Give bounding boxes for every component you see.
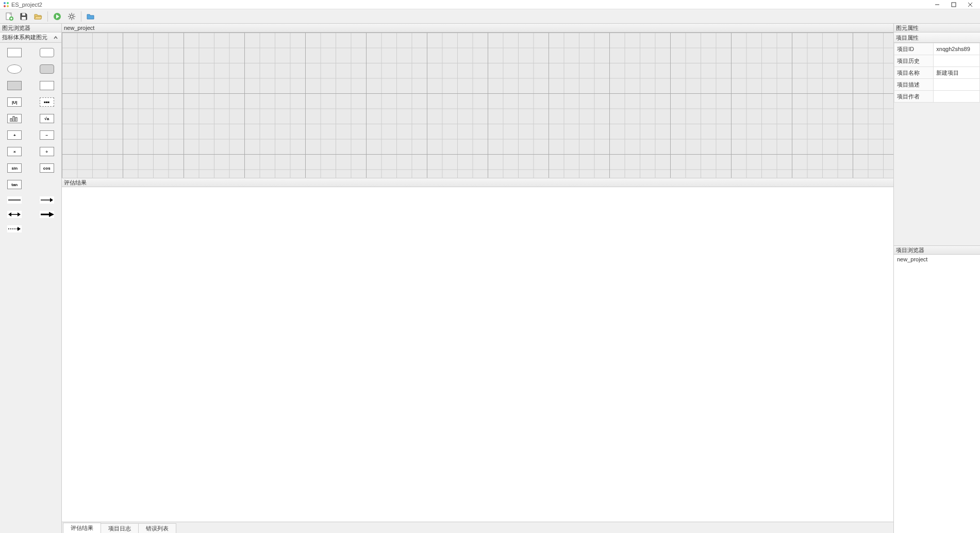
svg-line-21	[74, 18, 75, 19]
svg-line-20	[69, 14, 70, 15]
save-button[interactable]	[18, 10, 30, 23]
dashed-arrow-shape[interactable]	[7, 225, 22, 232]
prop-row-id: 项目ID xnqgh2shs89	[894, 43, 980, 55]
svg-rect-26	[15, 118, 17, 122]
main-toolbar	[0, 9, 980, 24]
project-browser-header: 项目浏览器	[894, 246, 980, 255]
blue-folder-button[interactable]	[85, 10, 97, 23]
prop-name-label: 项目名称	[894, 67, 934, 79]
svg-rect-13	[22, 13, 25, 15]
svg-rect-5	[952, 3, 956, 7]
minimize-icon[interactable]	[934, 1, 941, 8]
application-window: ES_project2 图元浏	[0, 0, 980, 533]
filled-rect-shape[interactable]	[7, 81, 22, 90]
project-item[interactable]: new_project	[894, 255, 980, 264]
prop-id-value[interactable]: xnqgh2shs89	[934, 43, 980, 55]
settings-button[interactable]	[65, 10, 78, 23]
svg-point-3	[7, 5, 9, 7]
outline-rect-shape[interactable]	[40, 81, 54, 90]
prop-author-label: 项目作者	[894, 91, 934, 103]
rect-shape[interactable]	[7, 48, 22, 57]
filled-rounded-shape[interactable]	[40, 64, 54, 74]
toolbar-separator	[81, 11, 81, 22]
line-shape[interactable]	[7, 196, 22, 204]
prop-row-history: 项目历史	[894, 55, 980, 67]
divide-shape[interactable]: ÷	[40, 147, 54, 156]
element-browser-panel: 图元浏览器 指标体系构建图元 |U| ■■■ √a + − ×	[0, 24, 62, 533]
minus-shape[interactable]: −	[40, 130, 54, 140]
svg-rect-24	[10, 119, 12, 122]
ellipse-shape[interactable]	[7, 64, 22, 74]
svg-line-22	[69, 18, 70, 19]
close-icon[interactable]	[967, 1, 974, 8]
prop-author-value[interactable]	[934, 91, 980, 103]
element-props-header: 图元属性	[894, 24, 980, 32]
svg-point-15	[70, 15, 73, 18]
svg-point-1	[7, 2, 9, 4]
prop-row-author: 项目作者	[894, 91, 980, 103]
bar-chart-shape[interactable]	[7, 114, 22, 123]
abs-value-shape[interactable]: |U|	[7, 97, 22, 107]
rounded-rect-shape[interactable]	[40, 48, 54, 57]
bottom-tabs: 评估结果 项目日志 错误列表	[62, 522, 893, 533]
app-icon	[3, 2, 9, 8]
sqrt-shape[interactable]: √a	[40, 114, 54, 123]
prop-history-label: 项目历史	[894, 55, 934, 67]
element-browser-header: 图元浏览器	[0, 24, 61, 32]
thick-arrow-shape[interactable]	[40, 211, 54, 218]
titlebar: ES_project2	[0, 0, 980, 9]
shape-spacer	[40, 180, 54, 189]
center-panel: new_project 评估结果 评估结果 项目日志 错误列表	[62, 24, 893, 533]
properties-table: 项目ID xnqgh2shs89 项目历史 项目名称 新建项目 项目描述	[894, 43, 980, 103]
grid-canvas[interactable]	[62, 32, 893, 178]
main-area: 图元浏览器 指标体系构建图元 |U| ■■■ √a + − ×	[0, 24, 980, 533]
new-file-button[interactable]	[3, 10, 15, 23]
double-arrow-shape[interactable]	[7, 211, 22, 218]
dashed-box-shape[interactable]: ■■■	[40, 97, 54, 107]
window-controls	[934, 1, 974, 8]
plus-shape[interactable]: +	[7, 130, 22, 140]
project-list: new_project	[894, 255, 980, 533]
svg-point-0	[4, 2, 6, 4]
project-props-subheader: 项目属性	[894, 32, 980, 43]
results-header: 评估结果	[62, 178, 893, 187]
properties-upper: 图元属性 项目属性 项目ID xnqgh2shs89 项目历史 项目名称 新建项…	[894, 24, 980, 245]
open-folder-button[interactable]	[32, 10, 44, 23]
shape-category-label: 指标体系构建图元	[2, 34, 47, 41]
sin-shape[interactable]: sin	[7, 163, 22, 173]
toolbar-separator	[47, 11, 48, 22]
shape-category-header[interactable]: 指标体系构建图元	[0, 32, 61, 43]
svg-line-23	[74, 14, 75, 15]
prop-row-name: 项目名称 新建项目	[894, 67, 980, 79]
tab-error-list[interactable]: 错误列表	[138, 523, 176, 533]
tab-eval-results[interactable]: 评估结果	[63, 523, 101, 533]
chevron-up-icon	[52, 34, 59, 41]
maximize-icon[interactable]	[950, 1, 957, 8]
project-browser: 项目浏览器 new_project	[894, 245, 980, 533]
window-title: ES_project2	[11, 2, 42, 8]
canvas-tab[interactable]: new_project	[62, 24, 893, 32]
svg-rect-25	[13, 116, 14, 122]
tan-shape[interactable]: tan	[7, 180, 22, 189]
shape-palette: |U| ■■■ √a + − × ÷ sin cos tan	[0, 43, 61, 238]
multiply-shape[interactable]: ×	[7, 147, 22, 156]
run-button[interactable]	[51, 10, 63, 23]
prop-history-value[interactable]	[934, 55, 980, 67]
svg-rect-12	[22, 17, 26, 20]
tab-project-log[interactable]: 项目日志	[101, 523, 139, 533]
properties-panel: 图元属性 项目属性 项目ID xnqgh2shs89 项目历史 项目名称 新建项…	[893, 24, 980, 533]
prop-id-label: 项目ID	[894, 43, 934, 55]
results-body	[62, 187, 893, 522]
arrow-right-shape[interactable]	[40, 196, 54, 204]
titlebar-left: ES_project2	[3, 2, 42, 8]
canvas-area[interactable]	[62, 32, 893, 178]
prop-row-desc: 项目描述	[894, 79, 980, 91]
cos-shape[interactable]: cos	[40, 163, 54, 173]
properties-blank	[894, 103, 980, 245]
prop-name-value[interactable]: 新建项目	[934, 67, 980, 79]
svg-point-2	[4, 5, 6, 7]
prop-desc-value[interactable]	[934, 79, 980, 91]
prop-desc-label: 项目描述	[894, 79, 934, 91]
